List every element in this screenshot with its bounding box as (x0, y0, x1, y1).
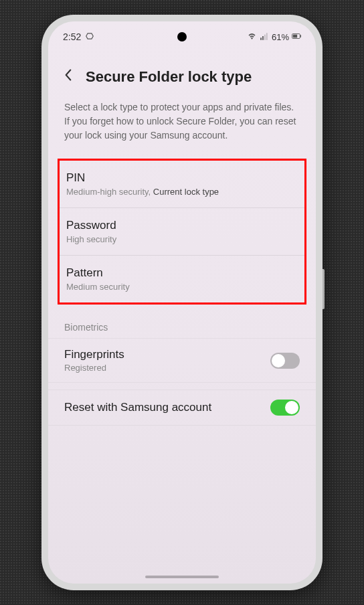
screen: 2:52 6 (48, 21, 316, 584)
fingerprints-row[interactable]: Fingerprints Registered (48, 338, 316, 383)
front-camera (177, 32, 187, 41)
svg-rect-2 (264, 34, 266, 39)
lock-type-password[interactable]: Password High security (60, 207, 304, 255)
svg-rect-0 (260, 37, 262, 40)
toggle-knob (285, 401, 298, 414)
back-button[interactable] (62, 66, 75, 88)
home-indicator[interactable] (145, 576, 219, 578)
biometrics-header: Biometrics (48, 309, 316, 338)
svg-rect-3 (266, 33, 268, 40)
item-title: PIN (66, 171, 298, 185)
item-subtitle: High security (66, 234, 298, 244)
svg-rect-1 (262, 36, 264, 40)
toggle-title: Reset with Samsung account (64, 401, 211, 414)
page-header: Secure Folder lock type (48, 47, 316, 98)
fingerprints-toggle[interactable] (270, 353, 300, 369)
phone-frame: 2:52 6 (41, 15, 323, 590)
power-button[interactable] (323, 269, 325, 309)
reset-samsung-row[interactable]: Reset with Samsung account (48, 390, 316, 426)
item-subtitle: Medium-high security, Current lock type (66, 187, 298, 197)
toggle-knob (272, 354, 285, 367)
lock-type-highlight: PIN Medium-high security, Current lock t… (58, 159, 306, 305)
item-title: Password (66, 219, 298, 232)
page-title: Secure Folder lock type (86, 68, 252, 86)
item-title: Pattern (66, 266, 298, 280)
do-not-disturb-icon (85, 31, 94, 43)
battery-icon (292, 32, 301, 42)
reset-samsung-toggle[interactable] (270, 400, 300, 416)
page-description: Select a lock type to protect your apps … (48, 98, 316, 155)
status-time: 2:52 (63, 31, 81, 42)
lock-type-pattern[interactable]: Pattern Medium security (60, 255, 304, 302)
battery-percent: 61% (272, 32, 289, 42)
lock-type-pin[interactable]: PIN Medium-high security, Current lock t… (60, 161, 304, 207)
item-subtitle: Medium security (66, 282, 298, 292)
svg-rect-5 (300, 35, 301, 37)
toggle-title: Fingerprints (64, 348, 124, 361)
signal-icon (260, 31, 269, 43)
toggle-subtitle: Registered (64, 363, 124, 373)
svg-rect-6 (293, 34, 297, 37)
wifi-icon (247, 31, 257, 43)
